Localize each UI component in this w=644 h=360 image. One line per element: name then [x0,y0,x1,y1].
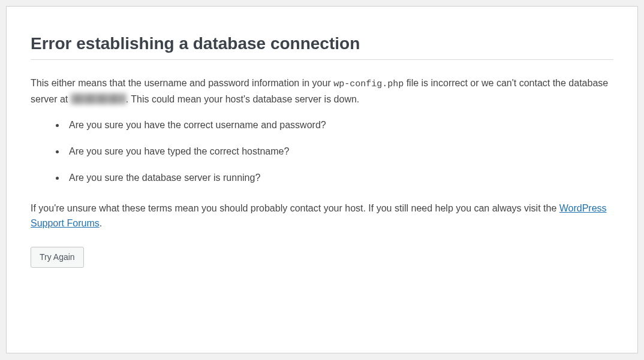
error-description: This either means that the username and … [31,75,613,107]
error-card: Error establishing a database connection… [6,6,638,353]
list-item: Are you sure you have the correct userna… [65,118,613,132]
page-title: Error establishing a database connection [31,34,613,60]
list-item: Are you sure the database server is runn… [65,171,613,185]
help-paragraph: If you're unsure what these terms mean y… [31,201,613,231]
db-host-redacted [71,93,126,104]
config-file-code: wp-config.php [333,79,404,89]
error-description-text-3: . This could mean your host's database s… [126,94,360,104]
try-again-button[interactable]: Try Again [31,247,84,268]
help-text-pre: If you're unsure what these terms mean y… [31,203,559,213]
troubleshoot-list: Are you sure you have the correct userna… [31,118,613,185]
help-text-post: . [100,218,102,228]
list-item: Are you sure you have typed the correct … [65,144,613,159]
error-description-text-1: This either means that the username and … [31,78,333,88]
